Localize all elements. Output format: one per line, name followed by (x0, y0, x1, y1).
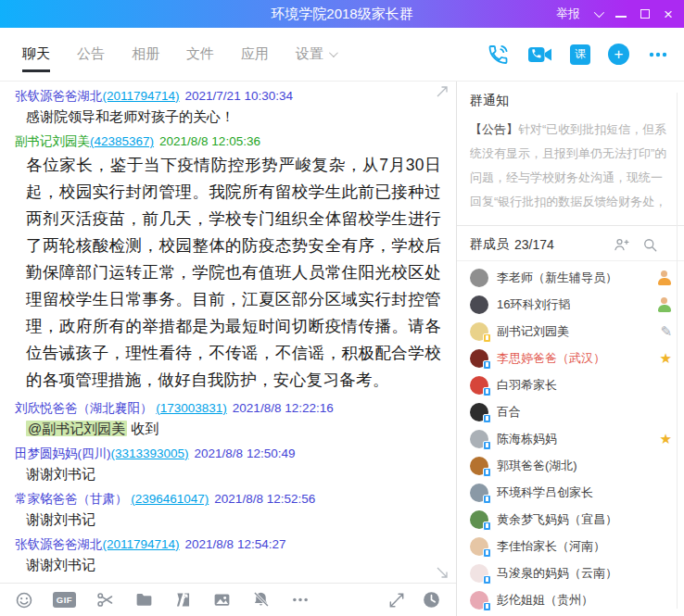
star-icon (660, 431, 672, 447)
members-header: 群成员 23/174 (457, 226, 684, 261)
chat-message: 田梦圆妈妈(四川)(3313393005)2021/8/8 12:50:49 谢… (15, 445, 443, 484)
member-list[interactable]: 李老师（新生辅导员） 16环科刘行韬 副书记刘园美 李思婷爸爸（武汉） (457, 261, 684, 616)
member-row[interactable]: 李佳怡家长（河南） (457, 533, 684, 559)
qq-group-chat-window: 环境学院2018级家长群 举报 × 聊天 公告 相册 文件 应用 设置 课 (0, 0, 684, 616)
tab-apps-label: 应用 (241, 45, 269, 63)
member-row[interactable]: 李老师（新生辅导员） (457, 264, 684, 291)
mobile-online-badge-icon (483, 495, 491, 504)
sender-name[interactable]: 常家铭爸爸（甘肃） (15, 492, 128, 506)
emoji-button[interactable] (15, 591, 33, 610)
member-avatar (470, 484, 488, 502)
mobile-online-badge-icon (483, 548, 491, 558)
mobile-online-badge-icon (483, 360, 491, 370)
member-row[interactable]: 彭伦姐姐（贵州） (457, 586, 684, 613)
mention-chip[interactable]: @副书记刘园美 (26, 421, 127, 436)
screenshot-button[interactable] (95, 590, 115, 610)
member-name: 李思婷爸爸（武汉） (497, 350, 605, 367)
sticker-doutu-button[interactable] (173, 590, 193, 610)
notice-tag: 【公告】 (470, 122, 518, 136)
sender-uin-link[interactable]: (2396461047) (131, 492, 209, 506)
chat-toolbar: GIF (0, 583, 456, 616)
more-button[interactable] (647, 44, 669, 66)
member-avatar (470, 376, 488, 395)
message-text: @副书记刘园美收到 (26, 419, 443, 439)
report-dropdown-chevron-icon[interactable] (594, 7, 604, 18)
expand-window-button[interactable] (387, 591, 406, 610)
person-add-icon (613, 236, 629, 253)
scroll-to-bottom-icon[interactable] (437, 567, 447, 577)
message-timestamp: 2021/8/8 12:22:16 (233, 401, 334, 415)
avatar-yellow-badge-icon (483, 333, 491, 343)
collapse-up-icon[interactable] (437, 86, 447, 96)
message-text-rest: 收到 (131, 421, 158, 436)
member-row[interactable]: 百合 (457, 398, 684, 425)
sender-uin-link[interactable]: (173003831) (156, 401, 227, 415)
message-history-button[interactable] (422, 590, 441, 610)
member-row[interactable]: 马浚泉的妈妈（云南） (457, 559, 684, 586)
sender-uin-link[interactable]: (42385367) (90, 134, 154, 148)
tab-apps[interactable]: 应用 (241, 28, 269, 81)
search-members-button[interactable] (641, 236, 658, 253)
message-list[interactable]: 张钦源爸爸湖北(2011794714)2021/7/21 10:30:34 感谢… (0, 82, 456, 583)
member-row[interactable]: 黄余梦飞妈妈（宜昌） (457, 506, 684, 533)
member-row[interactable]: 环境科学吕创家长 (457, 479, 684, 506)
add-member-button[interactable] (613, 236, 629, 253)
more-dots-icon (290, 590, 310, 610)
member-row[interactable]: 副书记刘园美 (457, 318, 684, 345)
titlebar[interactable]: 环境学院2018级家长群 举报 × (0, 0, 684, 28)
video-call-button[interactable] (527, 44, 552, 65)
close-button[interactable]: × (664, 6, 673, 22)
mobile-online-badge-icon (483, 441, 491, 450)
message-text: 谢谢刘书记 (26, 555, 443, 575)
star-icon (660, 350, 672, 367)
mobile-online-badge-icon (483, 575, 491, 585)
message-header: 刘欣悦爸爸（湖北襄阳） (173003831)2021/8/8 12:22:16 (15, 399, 443, 417)
send-file-button[interactable] (134, 590, 154, 610)
group-class-icon: 课 (575, 46, 586, 62)
tab-settings[interactable]: 设置 (296, 28, 336, 81)
sticker-doutu-icon (173, 590, 193, 610)
sender-name[interactable]: 张钦源爸爸湖北 (15, 537, 103, 551)
member-row[interactable]: 16环科刘行韬 (457, 291, 684, 318)
bell-muted-icon (251, 590, 271, 610)
more-dots-icon (647, 44, 669, 66)
tab-chat[interactable]: 聊天 (22, 28, 50, 81)
sender-uin-link[interactable]: (3313393005) (111, 446, 189, 460)
send-image-button[interactable] (212, 590, 232, 610)
member-row[interactable]: 郭琪爸爸(湖北) (457, 452, 684, 479)
member-name: 16环科刘行韬 (497, 296, 570, 313)
members-count: 23/174 (514, 237, 554, 252)
expand-icon (387, 591, 406, 610)
member-row[interactable]: 白羽希家长 (457, 371, 684, 398)
maximize-button[interactable] (640, 9, 650, 19)
voice-call-button[interactable] (487, 44, 510, 66)
sender-name[interactable]: 张钦源爸爸湖北 (15, 89, 103, 103)
message-text: 感谢院领导和老师对孩子的关心！ (26, 107, 443, 127)
tab-announcement[interactable]: 公告 (77, 28, 105, 81)
member-badge (660, 350, 672, 367)
tab-files[interactable]: 文件 (186, 28, 214, 81)
sender-name[interactable]: 副书记刘园美 (15, 134, 90, 148)
more-tools-button[interactable] (290, 590, 310, 610)
report-button[interactable]: 举报 (556, 6, 580, 22)
message-text: 谢谢刘书记 (26, 464, 443, 484)
mute-notifications-button[interactable] (251, 590, 271, 610)
member-row[interactable]: 陈海栋妈妈 (457, 425, 684, 452)
message-header: 张钦源爸爸湖北(2011794714)2021/8/8 12:54:27 (15, 535, 443, 553)
sender-uin-link[interactable]: (2011794714) (103, 89, 180, 103)
message-header: 张钦源爸爸湖北(2011794714)2021/7/21 10:30:34 (15, 87, 443, 105)
sender-name[interactable]: 刘欣悦爸爸（湖北襄阳） (15, 401, 153, 415)
message-header: 常家铭爸爸（甘肃） (2396461047)2021/8/8 12:52:56 (15, 490, 443, 508)
group-class-button[interactable]: 课 (570, 44, 590, 65)
notice-text: 针对“已收到批扣短信，但系统没有显示，且报到单仍无法打印”的问题，经与学校财务处… (470, 122, 666, 216)
message-header: 田梦圆妈妈(四川)(3313393005)2021/8/8 12:50:49 (15, 445, 443, 462)
sender-name[interactable]: 田梦圆妈妈(四川) (15, 446, 111, 460)
minimize-button[interactable] (615, 16, 627, 18)
sender-uin-link[interactable]: (2011794714) (103, 537, 180, 551)
tabbar: 聊天 公告 相册 文件 应用 设置 课 (0, 28, 684, 82)
tab-album[interactable]: 相册 (132, 28, 159, 81)
member-row[interactable]: 李思婷爸爸（武汉） (457, 345, 684, 371)
gif-button[interactable]: GIF (53, 592, 76, 608)
group-notice-section[interactable]: 群通知 【公告】针对“已收到批扣短信，但系统没有显示，且报到单仍无法打印”的问题… (457, 82, 684, 226)
add-button[interactable] (608, 44, 629, 65)
